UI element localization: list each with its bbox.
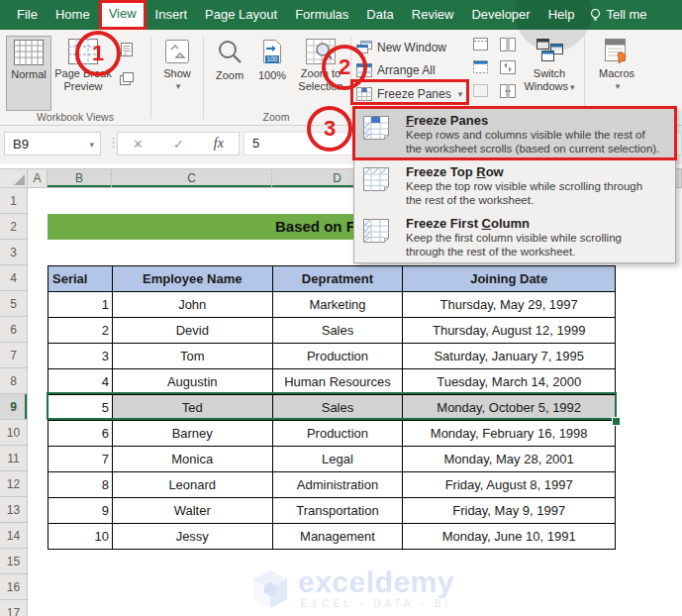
zoom-100-button[interactable]: 100 100% [252, 36, 292, 109]
row-header-14[interactable]: 14 [0, 523, 28, 549]
tab-formulas[interactable]: Formulas [286, 0, 357, 30]
table-cell[interactable]: 1 [49, 292, 113, 318]
table-cell[interactable]: Production [273, 421, 404, 447]
table-cell[interactable]: Thursday, May 29, 1997 [403, 292, 616, 318]
table-cell[interactable]: Devid [113, 318, 273, 344]
show-button[interactable]: Show ▾ [156, 36, 198, 109]
tab-help[interactable]: Help [539, 0, 584, 30]
row-header-17[interactable]: 17 [0, 600, 28, 616]
tab-page-layout[interactable]: Page Layout [196, 0, 286, 30]
row-header-6[interactable]: 6 [0, 317, 28, 343]
custom-views-icon[interactable] [119, 71, 137, 89]
table-cell[interactable]: Saturday, January 7, 1995 [403, 344, 616, 369]
row-header-1[interactable]: 1 [0, 188, 28, 214]
table-cell[interactable]: 4 [49, 369, 113, 395]
row-header-11[interactable]: 11 [0, 446, 28, 471]
macros-button[interactable]: Macros ▾ [592, 36, 641, 109]
row-header-4[interactable]: 4 [0, 265, 28, 291]
table-cell[interactable]: Sales [273, 318, 404, 344]
table-cell[interactable]: Barney [113, 421, 273, 447]
row-header-7[interactable]: 7 [0, 343, 28, 368]
unhide-icon[interactable] [473, 84, 488, 97]
tab-home[interactable]: Home [47, 0, 99, 30]
table-cell[interactable]: Sales [273, 395, 404, 421]
selection-fill-handle[interactable] [612, 417, 621, 426]
table-cell[interactable]: Monday, October 5, 1992 [403, 395, 616, 421]
tab-file[interactable]: File [8, 0, 47, 30]
row-header-8[interactable]: 8 [0, 368, 28, 394]
table-cell[interactable]: 2 [49, 318, 113, 344]
table-cell[interactable]: Monica [113, 447, 273, 472]
enter-icon[interactable]: ✓ [173, 137, 184, 152]
menu-item-freeze-first-column[interactable]: Freeze First Column Keep the first colum… [354, 211, 675, 262]
insert-function-icon[interactable]: fx [214, 136, 224, 152]
table-cell[interactable]: Thursday, August 12, 1999 [403, 318, 616, 344]
normal-view-button[interactable]: Normal [6, 36, 51, 111]
table-cell[interactable]: Leonard [113, 472, 273, 498]
row-header-2[interactable]: 2 [0, 214, 28, 240]
zoom-to-selection-button[interactable]: Zoom to Selection [293, 36, 348, 109]
new-window-button[interactable]: New Window [356, 38, 446, 57]
zoom-button[interactable]: Zoom [208, 36, 251, 109]
table-cell[interactable]: Friday, August 8, 1997 [403, 472, 616, 498]
table-cell[interactable]: Augustin [113, 369, 273, 395]
menu-item-freeze-panes[interactable]: Freeze Panes Keep rows and columns visib… [354, 108, 675, 159]
table-header-cell[interactable]: Joining Date [403, 266, 616, 292]
table-cell[interactable]: 7 [49, 447, 113, 472]
tab-insert[interactable]: Insert [146, 0, 197, 30]
table-cell[interactable]: 6 [49, 421, 113, 447]
table-cell[interactable]: 8 [49, 472, 113, 498]
table-cell[interactable]: Walter [113, 498, 273, 524]
table-cell[interactable]: Monday, May 28, 2001 [403, 447, 616, 472]
table-header-cell[interactable]: Depratment [273, 266, 404, 292]
select-all-corner[interactable] [0, 168, 28, 188]
name-box[interactable]: B9 ▾ [4, 132, 101, 155]
column-header-B[interactable]: B [48, 168, 112, 188]
tab-review[interactable]: Review [403, 0, 463, 30]
tab-developer[interactable]: Developer [462, 0, 538, 30]
page-break-preview-button[interactable]: Page Break Preview [51, 36, 115, 109]
tab-data[interactable]: Data [357, 0, 402, 30]
split-icon[interactable] [473, 38, 488, 51]
row-header-3[interactable]: 3 [0, 240, 28, 265]
table-cell[interactable]: Monday, June 10, 1991 [403, 524, 616, 550]
table-cell[interactable]: Marketing [273, 292, 404, 318]
tab-tell-me[interactable]: Tell me [604, 0, 655, 30]
table-cell[interactable]: John [113, 292, 273, 318]
table-cell[interactable]: Tuesday, March 14, 2000 [403, 369, 616, 395]
table-cell[interactable]: Ted [113, 395, 273, 421]
synchronous-scrolling-icon[interactable] [500, 60, 516, 74]
tab-view[interactable]: View [99, 0, 146, 30]
table-cell[interactable]: Legal [273, 447, 404, 472]
hide-icon[interactable] [473, 60, 488, 73]
table-cell[interactable]: 10 [49, 524, 113, 550]
menu-item-freeze-top-row[interactable]: Freeze Top Row Keep the top row visible … [354, 159, 675, 211]
table-cell[interactable]: Monday, February 16, 1998 [403, 421, 616, 447]
table-header-cell[interactable]: Employee Name [113, 266, 273, 292]
column-header-C[interactable]: C [112, 168, 272, 188]
table-header-cell[interactable]: Serial [49, 266, 113, 292]
row-header-13[interactable]: 13 [0, 497, 28, 523]
table-cell[interactable]: Management [273, 524, 404, 550]
table-cell[interactable]: Human Resources [273, 369, 404, 395]
column-header-A[interactable]: A [28, 168, 48, 188]
name-box-dropdown-arrow[interactable]: ▾ [89, 133, 94, 156]
table-cell[interactable]: Transportation [273, 498, 404, 524]
freeze-panes-button[interactable]: Freeze Panes ▾ [356, 84, 462, 104]
row-header-16[interactable]: 16 [0, 574, 28, 600]
active-cell[interactable]: 5 [49, 395, 113, 421]
table-cell[interactable]: 9 [49, 498, 113, 524]
row-header-9[interactable]: 9 [0, 394, 28, 420]
view-side-by-side-icon[interactable] [500, 38, 516, 51]
table-cell[interactable]: Jessy [113, 524, 273, 550]
cancel-icon[interactable]: ✕ [133, 137, 144, 152]
table-cell[interactable]: Friday, May 9, 1997 [403, 498, 616, 524]
row-header-12[interactable]: 12 [0, 471, 28, 497]
table-cell[interactable]: 3 [49, 344, 113, 369]
table-cell[interactable]: Production [273, 344, 404, 369]
row-header-15[interactable]: 15 [0, 549, 28, 574]
table-cell[interactable]: Tom [113, 344, 273, 369]
row-header-10[interactable]: 10 [0, 420, 28, 446]
arrange-all-button[interactable]: Arrange All [356, 60, 436, 80]
table-cell[interactable]: Administration [273, 472, 404, 498]
